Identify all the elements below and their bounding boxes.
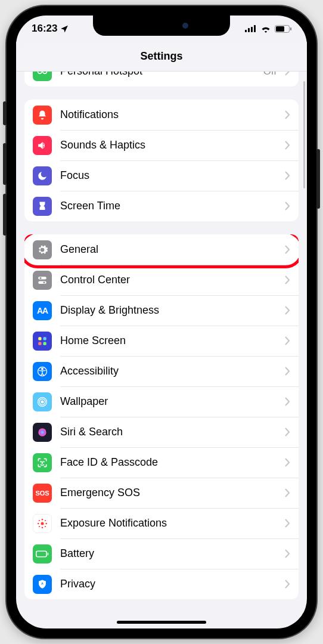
chevron-right-icon bbox=[285, 306, 290, 315]
location-icon bbox=[60, 24, 69, 33]
chevron-right-icon bbox=[285, 519, 290, 528]
row-notifications[interactable]: Notifications bbox=[24, 100, 299, 130]
chevron-right-icon bbox=[285, 397, 290, 406]
battery-icon bbox=[275, 25, 291, 33]
svg-point-25 bbox=[41, 522, 44, 525]
svg-point-32 bbox=[39, 525, 40, 527]
svg-rect-16 bbox=[44, 342, 46, 345]
side-button bbox=[316, 149, 320, 209]
personal-hotspot-icon bbox=[33, 72, 52, 81]
chevron-right-icon bbox=[285, 367, 290, 376]
svg-rect-1 bbox=[248, 28, 250, 32]
svg-rect-10 bbox=[38, 281, 46, 284]
svg-rect-5 bbox=[276, 26, 284, 32]
row-control-center[interactable]: Control Center bbox=[24, 265, 299, 295]
row-general[interactable]: General bbox=[24, 234, 299, 265]
group-notifications: Notifications Sounds & Haptics Focus bbox=[24, 100, 299, 221]
row-face-id-passcode[interactable]: Face ID & Passcode bbox=[24, 447, 299, 478]
wifi-icon bbox=[260, 25, 271, 33]
chevron-right-icon bbox=[285, 336, 290, 345]
svg-rect-0 bbox=[245, 30, 247, 32]
chevron-right-icon bbox=[285, 202, 290, 210]
accessibility-icon bbox=[33, 362, 52, 381]
row-privacy[interactable]: Privacy bbox=[24, 569, 299, 599]
page-title: Settings bbox=[140, 50, 182, 63]
svg-point-27 bbox=[42, 527, 44, 528]
row-label: Siri & Search bbox=[60, 426, 277, 438]
screen-time-icon bbox=[33, 197, 52, 216]
svg-point-33 bbox=[45, 525, 46, 527]
svg-point-28 bbox=[38, 522, 39, 524]
control-center-icon bbox=[33, 271, 52, 290]
row-label: Focus bbox=[60, 169, 277, 182]
row-label: Privacy bbox=[60, 578, 277, 590]
svg-point-12 bbox=[44, 281, 45, 283]
row-label: Sounds & Haptics bbox=[60, 139, 277, 151]
row-siri-search[interactable]: Siri & Search bbox=[24, 417, 299, 447]
screen: 16:23 bbox=[16, 16, 307, 628]
row-label: Screen Time bbox=[60, 200, 277, 212]
svg-point-26 bbox=[42, 519, 44, 521]
row-home-screen[interactable]: Home Screen bbox=[24, 326, 299, 356]
chevron-right-icon bbox=[285, 458, 290, 467]
row-sounds-haptics[interactable]: Sounds & Haptics bbox=[24, 130, 299, 160]
sos-icon: SOS bbox=[33, 484, 52, 503]
scroll-indicator bbox=[303, 81, 305, 188]
notch bbox=[93, 16, 230, 36]
device-frame: 16:23 bbox=[7, 6, 316, 638]
row-label: Emergency SOS bbox=[60, 487, 277, 499]
volume-up-button bbox=[3, 143, 7, 185]
chevron-right-icon bbox=[285, 141, 290, 150]
mute-switch bbox=[3, 101, 7, 125]
group-general: General Control Center AA Display & Brig… bbox=[24, 234, 299, 599]
chevron-right-icon bbox=[285, 72, 290, 76]
sounds-icon bbox=[33, 136, 52, 155]
focus-icon bbox=[33, 166, 52, 185]
svg-point-19 bbox=[41, 400, 44, 403]
row-screen-time[interactable]: Screen Time bbox=[24, 191, 299, 221]
row-accessibility[interactable]: Accessibility bbox=[24, 356, 299, 386]
row-label: Control Center bbox=[60, 274, 277, 286]
svg-point-8 bbox=[43, 72, 47, 73]
display-icon: AA bbox=[33, 301, 52, 320]
row-exposure-notifications[interactable]: Exposure Notifications bbox=[24, 508, 299, 538]
svg-rect-35 bbox=[48, 552, 49, 555]
chevron-right-icon bbox=[285, 428, 290, 436]
row-wallpaper[interactable]: Wallpaper bbox=[24, 386, 299, 417]
svg-rect-13 bbox=[38, 337, 41, 340]
svg-rect-6 bbox=[290, 27, 291, 30]
settings-scroll[interactable]: Personal Hotspot Off Notifications bbox=[16, 72, 307, 628]
privacy-icon bbox=[33, 575, 52, 594]
svg-rect-34 bbox=[36, 551, 46, 556]
svg-rect-2 bbox=[251, 27, 253, 32]
row-detail: Off bbox=[263, 72, 277, 78]
row-display-brightness[interactable]: AA Display & Brightness bbox=[24, 295, 299, 326]
notifications-icon bbox=[33, 106, 52, 125]
svg-point-22 bbox=[38, 428, 46, 436]
face-id-icon bbox=[33, 453, 52, 472]
row-label: Battery bbox=[60, 547, 277, 560]
nav-title-bar: Settings bbox=[16, 42, 307, 72]
home-indicator[interactable] bbox=[117, 621, 206, 624]
row-battery[interactable]: Battery bbox=[24, 538, 299, 569]
chevron-right-icon bbox=[285, 245, 290, 254]
wallpaper-icon bbox=[33, 392, 52, 411]
row-personal-hotspot[interactable]: Personal Hotspot Off bbox=[24, 72, 299, 86]
chevron-right-icon bbox=[285, 110, 290, 119]
chevron-right-icon bbox=[285, 488, 290, 497]
volume-down-button bbox=[3, 194, 7, 236]
row-label: Notifications bbox=[60, 109, 277, 121]
chevron-right-icon bbox=[285, 580, 290, 589]
row-label: Home Screen bbox=[60, 335, 277, 347]
row-focus[interactable]: Focus bbox=[24, 160, 299, 191]
svg-rect-9 bbox=[38, 277, 46, 280]
row-emergency-sos[interactable]: SOS Emergency SOS bbox=[24, 478, 299, 508]
exposure-icon bbox=[33, 514, 52, 533]
status-time: 16:23 bbox=[32, 23, 57, 35]
svg-rect-3 bbox=[254, 25, 256, 32]
svg-rect-14 bbox=[44, 337, 46, 340]
battery-icon bbox=[33, 544, 52, 564]
home-screen-icon bbox=[33, 332, 52, 351]
row-label: Wallpaper bbox=[60, 395, 277, 408]
cellular-signal-icon bbox=[245, 25, 257, 32]
